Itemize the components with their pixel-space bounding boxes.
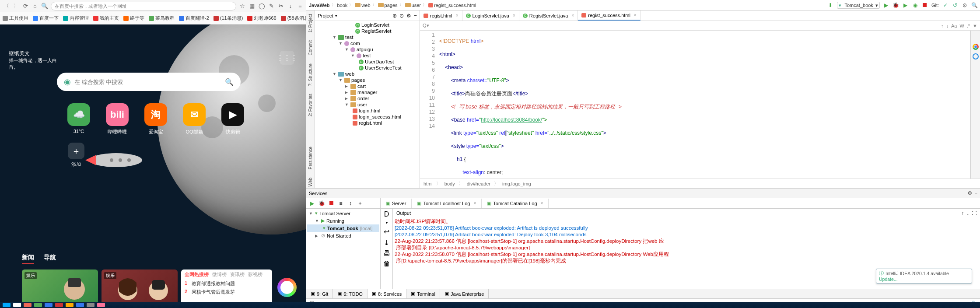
edit-icon[interactable]: ✎ bbox=[268, 3, 275, 10]
up-icon[interactable]: ↑ bbox=[962, 210, 964, 216]
breadcrumb-item[interactable]: JavaWeb bbox=[309, 3, 330, 8]
regex[interactable]: .* bbox=[967, 23, 970, 28]
bookmark-item[interactable]: 菜鸟教程 bbox=[149, 15, 175, 21]
bookmark-item[interactable]: (58条消息) bbox=[281, 15, 306, 21]
homepage-search[interactable]: ◉ 🔍 bbox=[57, 73, 241, 91]
scroll-icon[interactable]: ⤓ bbox=[384, 238, 389, 247]
taskbar-item[interactable] bbox=[76, 303, 84, 307]
console-tab[interactable]: ▣Tomcat Localhost Log× bbox=[412, 199, 482, 208]
app-tile[interactable]: ☁️31°C bbox=[66, 103, 92, 135]
build-icon[interactable]: ⬇ bbox=[827, 2, 833, 8]
update-notification[interactable]: ⓘIntelliJ IDEA 2020.1.4 available Update… bbox=[876, 269, 972, 284]
tab-favorites[interactable]: 2: Favorites bbox=[308, 92, 313, 118]
taskbar-item[interactable] bbox=[13, 303, 21, 307]
breadcrumb-item[interactable]: user bbox=[405, 3, 421, 8]
editor-tab[interactable]: CLoginServlet.java× bbox=[462, 10, 519, 21]
app-tile[interactable]: 淘爱淘宝 bbox=[143, 103, 169, 135]
prev-icon[interactable]: ↑ bbox=[941, 23, 944, 28]
bookmark-item[interactable]: 百度一下 bbox=[33, 15, 59, 21]
expand-icon[interactable]: ↕ bbox=[347, 200, 354, 206]
add-app-button[interactable]: ＋ bbox=[68, 143, 84, 159]
console-tab[interactable]: ▣Server bbox=[381, 199, 412, 208]
run-tree[interactable]: ▼▾Tomcat Server ▼▶Running ▾Tomcat_book [… bbox=[306, 209, 381, 289]
d-icon[interactable]: D bbox=[384, 210, 389, 218]
breadcrumb-item[interactable]: pages bbox=[378, 3, 398, 8]
search-button[interactable]: 🔍 bbox=[225, 78, 234, 86]
coverage-icon[interactable]: ▶ bbox=[903, 2, 909, 8]
hide-icon[interactable]: − bbox=[414, 13, 417, 19]
debug-icon[interactable]: 🐞 bbox=[893, 2, 899, 8]
news-card[interactable]: 娱乐 bbox=[102, 270, 178, 305]
sync-icon[interactable]: ⊙ bbox=[962, 2, 968, 8]
taskbar-item[interactable] bbox=[97, 303, 105, 307]
tab-structure[interactable]: 7: Structure bbox=[308, 62, 313, 88]
code-editor[interactable]: 1234567891011121314 <!DOCTYPE html> <htm… bbox=[420, 31, 980, 178]
close-icon[interactable]: × bbox=[632, 13, 637, 18]
star-icon[interactable]: ☆ bbox=[239, 3, 246, 10]
scissors-icon[interactable]: ✂ bbox=[277, 3, 284, 10]
collapse-icon[interactable]: ⊕ bbox=[392, 13, 397, 19]
download-icon[interactable]: ↓ bbox=[287, 3, 294, 10]
tab-nav[interactable]: 导航 bbox=[44, 254, 56, 264]
editor-tab[interactable]: CRegistServlet.java× bbox=[519, 10, 578, 21]
forward-icon[interactable]: 〉 bbox=[12, 3, 19, 10]
search-engine-icon[interactable]: ◉ bbox=[64, 77, 71, 87]
home-icon[interactable]: ⌂ bbox=[32, 3, 38, 10]
tool-tab[interactable]: ▣8: Services bbox=[368, 289, 406, 298]
taskbar-item[interactable] bbox=[24, 303, 32, 307]
hot-search-panel[interactable]: 全网热搜榜微博榜资讯榜影视榜 1教育部通报教材问题2果核卡气管后竟发芽 bbox=[181, 270, 272, 305]
locate-icon[interactable]: ⊙ bbox=[399, 13, 404, 19]
tab-web[interactable]: Web bbox=[308, 176, 313, 188]
tool-tab[interactable]: ▣Java Enterprise bbox=[440, 289, 489, 298]
bookmark-item[interactable]: 工具使用 bbox=[3, 15, 28, 21]
taskbar-item[interactable] bbox=[87, 303, 94, 307]
filter-icon[interactable]: ≡ bbox=[338, 200, 344, 206]
news-card[interactable]: 娱乐 bbox=[22, 270, 98, 305]
run-config-select[interactable]: ▾Tomcat_book▾ bbox=[837, 2, 879, 9]
taskbar-item[interactable] bbox=[45, 303, 52, 307]
next-icon[interactable]: ↓ bbox=[946, 23, 948, 28]
search-all-icon[interactable]: 🔍 bbox=[971, 2, 977, 8]
app-tile[interactable]: ▶快剪辑 bbox=[220, 103, 246, 135]
grid-icon[interactable]: ▦ bbox=[248, 3, 256, 10]
taskbar-item[interactable] bbox=[34, 303, 42, 307]
bookmark-item[interactable]: 刘老师666 bbox=[247, 15, 276, 21]
tab-commit[interactable]: Commit bbox=[308, 38, 313, 57]
app-tile[interactable]: bili哔哩哔哩 bbox=[104, 103, 130, 135]
console-tab[interactable]: ▣Tomcat Catalina Log× bbox=[482, 199, 549, 208]
tool-tab[interactable]: ▣6: TODO bbox=[333, 289, 368, 298]
apps-grid-icon[interactable]: ⋮⋮⋮ bbox=[280, 51, 294, 65]
project-view-label[interactable]: Project bbox=[318, 13, 333, 18]
profile-icon[interactable]: ◉ bbox=[912, 2, 918, 8]
hide-icon[interactable]: − bbox=[975, 190, 977, 196]
add-icon[interactable]: ＋ bbox=[357, 200, 363, 206]
run-icon[interactable]: ▶ bbox=[309, 200, 315, 206]
match-case[interactable]: Aa bbox=[951, 23, 957, 28]
homepage-search-input[interactable] bbox=[74, 79, 225, 85]
bookmark-item[interactable]: 终于等 bbox=[123, 15, 144, 21]
address-input[interactable] bbox=[51, 2, 236, 10]
ie-icon[interactable] bbox=[973, 53, 979, 60]
stop-icon[interactable] bbox=[328, 200, 334, 206]
breadcrumb-item[interactable]: web bbox=[355, 3, 370, 8]
circle-icon[interactable]: ◯ bbox=[258, 3, 265, 10]
tab-project[interactable]: 1: Project bbox=[308, 12, 313, 34]
camera-tile[interactable] bbox=[276, 270, 298, 305]
chrome-icon[interactable] bbox=[973, 44, 979, 50]
git-pull-icon[interactable]: ✓ bbox=[942, 2, 948, 8]
editor-breadcrumb[interactable]: html〉body〉div#header〉img.logo_img bbox=[420, 178, 980, 188]
print-icon[interactable]: 🖶 bbox=[383, 249, 390, 257]
bookmark-item[interactable]: 内容管理 bbox=[63, 15, 89, 21]
bookmark-item[interactable]: (11条消息) bbox=[214, 15, 243, 21]
filter-icon[interactable]: ▼ bbox=[973, 23, 977, 28]
wrap-icon[interactable]: ↩ bbox=[384, 228, 389, 236]
code-content[interactable]: <!DOCTYPE html> <html> <head> <meta char… bbox=[438, 31, 980, 178]
git-commit-icon[interactable]: ↺ bbox=[952, 2, 958, 8]
taskbar-item[interactable] bbox=[66, 303, 74, 307]
taskbar-item[interactable] bbox=[3, 303, 10, 307]
back-icon[interactable]: 〈 bbox=[3, 3, 10, 10]
close-icon[interactable]: × bbox=[454, 13, 458, 18]
editor-tab[interactable]: regist.html× bbox=[420, 10, 462, 21]
tab-news[interactable]: 新闻 bbox=[22, 254, 34, 264]
editor-tab[interactable]: regist_success.html× bbox=[578, 10, 640, 21]
